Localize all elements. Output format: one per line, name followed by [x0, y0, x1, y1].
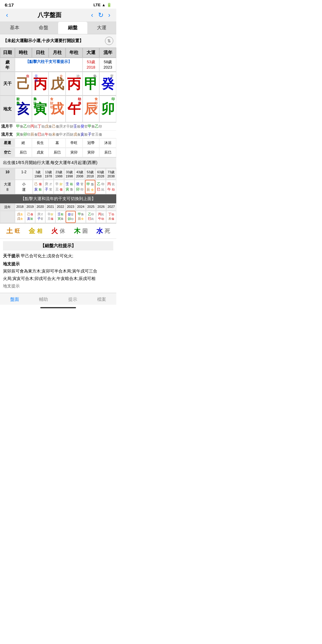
eb-month-top: 食財劫: [50, 97, 53, 109]
refresh-button[interactable]: ↻: [96, 11, 106, 19]
age-luck: 53歲2018: [83, 58, 100, 72]
luck-col-43: 43歲2008: [75, 168, 85, 180]
luck-col-label: 10: [0, 168, 15, 180]
prev-button[interactable]: ‹: [89, 11, 95, 19]
luck-col-13: 13歲1978: [43, 168, 54, 180]
hs-month-char: 戊: [50, 77, 64, 91]
flow-month-hs-label: 流月干: [1, 124, 14, 129]
tab-luck[interactable]: 大運: [87, 22, 117, 34]
eb-luck[interactable]: 食印官 辰: [83, 96, 100, 122]
flow-month-eb-content: 寅梟卯印辰食巳比午劫未傷申才酉財戌食亥殺子官丑傷: [16, 131, 102, 137]
luck-2[interactable]: 庚 才 子 官: [43, 180, 54, 194]
eb-annual[interactable]: 印 卯: [99, 96, 116, 122]
luck-7[interactable]: 乙 印 巳 比: [95, 180, 106, 194]
elem-metal: 金 相: [29, 227, 42, 236]
annual-y2027: 2027: [106, 203, 116, 211]
eb-day[interactable]: 梟比食 寅: [32, 96, 49, 122]
annual-label: 流年: [0, 203, 15, 211]
annual-2027[interactable]: 丁劫 未傷: [106, 211, 116, 223]
elem-water-char: 水: [96, 227, 103, 236]
eb-year-top: 劫傷: [78, 97, 81, 105]
hs-year-top: 比: [77, 74, 80, 78]
luck-8[interactable]: 丙 比 午 劫: [106, 180, 116, 194]
star-year: 帝旺: [66, 138, 83, 148]
hints-eb-label2: 地支提示: [3, 283, 113, 289]
annual-y2018: 2018: [15, 203, 25, 211]
hint-text: 【點擊大運和流年的干支可切換到上面】: [21, 196, 96, 201]
luck-col-73: 73歲2038: [106, 168, 116, 180]
hints-hs-label: 天干提示: [3, 253, 20, 258]
col-year: 年柱: [66, 48, 83, 58]
notice-text: 【未起大運顯示小運,十步大運要打開設置】: [3, 38, 83, 44]
eb-year[interactable]: 劫傷 午: [66, 96, 83, 122]
hs-annual[interactable]: 官 癸: [99, 72, 116, 95]
annual-2026[interactable]: 丙比 午劫: [96, 211, 106, 223]
battery-icon: 🔋: [107, 3, 112, 7]
sort-icon[interactable]: ⇅: [105, 37, 113, 45]
annual-2023[interactable]: 癸官 卯印: [66, 211, 76, 223]
page-title: 八字盤面: [10, 11, 89, 19]
hs-time[interactable]: 傷 己: [15, 72, 32, 95]
hints-eb-label: 地支提示: [3, 261, 20, 266]
void-day: 戌亥: [32, 148, 49, 157]
annual-2018[interactable]: 戊食 戊食: [15, 211, 25, 223]
annual-y2020: 2020: [35, 203, 45, 211]
luck-6-current[interactable]: 甲 梟 辰 食: [85, 180, 95, 194]
luck-5[interactable]: 癸 官 卯 印: [75, 180, 85, 194]
signal-icon: ▲: [102, 3, 106, 7]
nav-hint[interactable]: 提示: [58, 293, 87, 305]
elem-fire-char: 火: [51, 227, 58, 236]
hs-month[interactable]: 食 戊: [49, 72, 66, 95]
next-button[interactable]: ›: [106, 11, 113, 19]
star-label: 星運: [0, 138, 15, 148]
hints-eb-content2: 火局;寅亥可合木;卯戌可合火;午亥暗合木;辰戌可相: [3, 275, 113, 282]
annual-2022[interactable]: 壬殺 寅梟: [55, 211, 66, 223]
tab-basic[interactable]: 基本: [0, 22, 29, 34]
eb-time[interactable]: 殺梟 亥: [15, 96, 32, 122]
annual-2021[interactable]: 辛財 丑傷: [45, 211, 55, 223]
luck-col-63: 63歲2028: [95, 168, 106, 180]
eb-annual-char: 卯: [101, 100, 114, 118]
elem-metal-char: 金: [29, 227, 35, 236]
luck-3[interactable]: 辛 財 丑 傷: [54, 180, 64, 194]
hs-luck[interactable]: 梟 甲: [83, 72, 100, 95]
annual-2019[interactable]: 己傷 亥殺: [25, 211, 35, 223]
status-lte: LTE: [94, 3, 101, 7]
luck-col-3: 3歲1968: [33, 168, 43, 180]
col-time: 時柱: [15, 48, 32, 58]
luck-1[interactable]: 己 傷 亥 殺: [33, 180, 43, 194]
tab-detail[interactable]: 細盤: [58, 22, 87, 34]
elem-fire-status: 休: [60, 227, 65, 235]
annual-2025[interactable]: 乙印 巳比: [86, 211, 96, 223]
luck-4[interactable]: 壬 殺 寅 梟: [64, 180, 75, 194]
elem-earth-status: 旺: [15, 227, 20, 235]
eb-annual-top: 印: [112, 97, 115, 101]
header-grid: 日期 時柱 日柱 月柱 年柱 大運 流年: [0, 48, 116, 58]
six-pillar-link[interactable]: 【點擊六柱干支可看提示】: [25, 59, 72, 64]
nav-file[interactable]: 檔案: [87, 293, 117, 305]
star-row: 星運 絕 長生 墓 帝旺 冠帶 沐浴: [0, 138, 116, 148]
eb-month[interactable]: 食財劫 戌: [49, 96, 66, 122]
hint-banner: 【點擊大運和流年的干支可切換到上面】: [0, 194, 116, 203]
annual-2024[interactable]: 甲梟 辰食: [76, 211, 86, 223]
hs-year[interactable]: 比 丙: [66, 72, 83, 95]
nav-board[interactable]: 盤面: [0, 293, 29, 305]
back-button[interactable]: ‹: [4, 11, 10, 19]
col-date: 日期: [0, 48, 15, 58]
void-luck: 寅卯: [83, 148, 100, 157]
nav-assist[interactable]: 輔助: [29, 293, 58, 305]
luck-col-33: 33歲1998: [64, 168, 75, 180]
hs-day[interactable]: 元男 丙: [32, 72, 49, 95]
col-annual: 流年: [99, 48, 116, 58]
tab-chart[interactable]: 命盤: [29, 22, 58, 34]
star-annual: 沐浴: [99, 138, 116, 148]
earthly-branches-row: 地支 殺梟 亥 梟比食 寅 食財劫 戌 劫傷 午 食印官 辰 印 卯: [0, 96, 116, 123]
elem-water: 水 死: [96, 227, 110, 236]
void-row: 空亡 辰巳 戌亥 辰巳 寅卯 寅卯 辰巳: [0, 148, 116, 157]
luck-body-label: 大運8: [0, 180, 15, 194]
flow-month-eb-row: 流月支 寅梟卯印辰食巳比午劫未傷申才酉財戌食亥殺子官丑傷: [0, 131, 116, 139]
hints-hs-content: 甲己合可化土;戊癸合可化火;: [21, 253, 73, 258]
annual-2020[interactable]: 庚才 子官: [35, 211, 45, 223]
age-time: 【點擊六柱干支可看提示】: [15, 58, 83, 72]
void-month: 辰巳: [49, 148, 66, 157]
